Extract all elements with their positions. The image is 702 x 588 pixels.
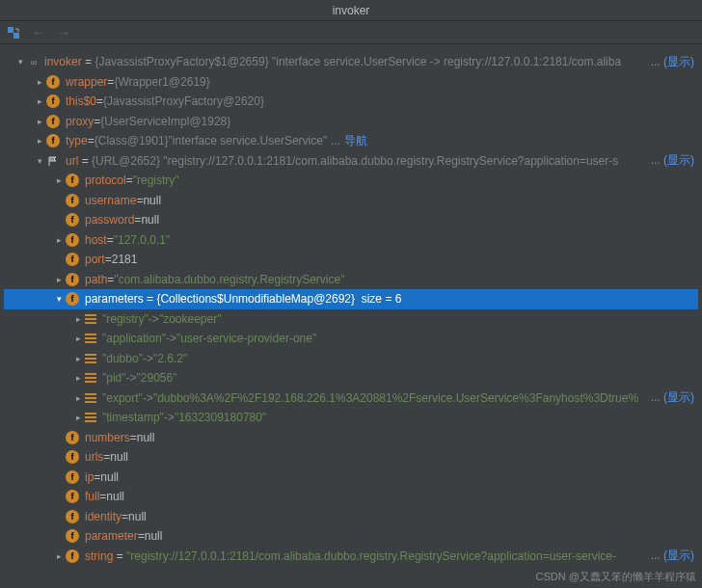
expand-arrow-icon[interactable]: ▸ [52, 551, 66, 561]
svg-rect-0 [8, 27, 14, 33]
view-link[interactable]: ... (显示) [647, 548, 694, 564]
field-icon: f [66, 450, 79, 464]
tree-root-invoker[interactable]: ▾ ∞ invoker = {JavassistProxyFactory$1@2… [4, 52, 698, 72]
tree-node-proxy[interactable]: ▸fproxy = {UserServiceImpl@1928} [4, 112, 698, 132]
expand-arrow-icon[interactable]: ▸ [71, 314, 85, 324]
window-title: invoker [333, 4, 370, 17]
expand-arrow-icon[interactable]: ▸ [71, 373, 85, 383]
map-entry-icon [85, 354, 96, 363]
tree-node-full[interactable]: ffull = null [4, 487, 698, 507]
map-entry[interactable]: ▸"export" -> "dubbo%3A%2F%2F192.168.226.… [4, 388, 698, 409]
view-link[interactable]: ... (显示) [647, 152, 694, 169]
field-icon: f [66, 233, 79, 247]
expand-arrow-icon[interactable]: ▸ [71, 393, 85, 403]
expand-arrow-icon[interactable]: ▸ [71, 334, 85, 343]
expand-arrow-icon[interactable]: ▸ [33, 117, 46, 126]
tree-node-type[interactable]: ▸ftype = {Class@1901} "interface service… [4, 131, 698, 151]
field-icon: f [46, 115, 60, 128]
field-icon: f [66, 292, 79, 306]
back-icon[interactable]: ← [31, 25, 46, 40]
watermark-text: CSDN @又蠢又笨的懒羊羊程序猿 [536, 570, 696, 584]
expand-arrow-icon[interactable]: ▸ [33, 77, 46, 87]
forward-icon[interactable]: → [56, 25, 71, 40]
expand-arrow-icon[interactable]: ▸ [52, 235, 66, 245]
expand-arrow-icon[interactable]: ▸ [71, 413, 85, 422]
view-link[interactable]: ... (显示) [647, 389, 694, 406]
expand-arrow-icon[interactable]: ▾ [14, 57, 27, 67]
field-icon: f [66, 529, 79, 543]
field-icon: f [66, 549, 79, 563]
tree-node-url[interactable]: ▾ url = {URL@2652} "registry://127.0.0.1… [4, 151, 698, 172]
infinity-icon: ∞ [27, 57, 40, 67]
tree-node-password[interactable]: fpassword = null [4, 210, 698, 230]
title-bar: invoker [0, 0, 702, 21]
variables-tree: ▾ ∞ invoker = {JavassistProxyFactory$1@2… [0, 44, 702, 565]
field-icon: f [66, 431, 79, 444]
tree-node-protocol[interactable]: ▸fprotocol = "registry" [4, 171, 698, 191]
expand-arrow-icon[interactable]: ▸ [71, 354, 85, 363]
url-flag-icon [46, 154, 60, 168]
tree-node-port[interactable]: fport = 2181 [4, 250, 698, 270]
field-icon: f [46, 94, 60, 108]
view-link[interactable]: ... (显示) [647, 54, 694, 70]
field-icon: f [46, 75, 60, 89]
expand-arrow-icon[interactable]: ▸ [33, 136, 46, 146]
field-icon: f [66, 490, 79, 503]
field-icon: f [46, 134, 60, 147]
tree-node-numbers[interactable]: fnumbers = null [4, 428, 698, 448]
map-entry[interactable]: ▸"pid" -> "29056" [4, 368, 698, 388]
navigate-link[interactable]: ... 导航 [331, 133, 366, 149]
field-icon: f [66, 213, 79, 227]
tree-node-parameters[interactable]: ▾ f parameters = {Collections$Unmodifiab… [4, 289, 698, 309]
map-entry-icon [85, 373, 96, 383]
expand-arrow-icon[interactable]: ▸ [52, 175, 66, 185]
map-entry-icon [85, 413, 96, 422]
expand-arrow-icon[interactable]: ▸ [33, 96, 46, 106]
field-icon: f [66, 194, 79, 207]
tree-node-ip[interactable]: fip = null [4, 468, 698, 488]
tree-node-username[interactable]: fusername = null [4, 191, 698, 211]
tree-node-string[interactable]: ▸ f string = "registry://127.0.0.1:2181/… [4, 547, 698, 566]
field-icon: f [66, 174, 79, 187]
map-entry[interactable]: ▸"dubbo" -> "2.6.2" [4, 349, 698, 369]
map-entry[interactable]: ▸"timestamp" -> "1632309180780" [4, 408, 698, 428]
toolbar: ← → [0, 21, 702, 44]
expand-arrow-icon[interactable]: ▸ [52, 275, 66, 284]
expand-arrow-icon[interactable]: ▾ [52, 294, 66, 304]
svg-rect-1 [14, 33, 19, 39]
field-icon: f [66, 510, 79, 523]
map-entry[interactable]: ▸"registry" -> "zookeeper" [4, 309, 698, 330]
field-icon: f [66, 253, 79, 266]
map-entry-icon [85, 393, 96, 403]
tree-node-this$0[interactable]: ▸fthis$0 = {JavassistProxyFactory@2620} [4, 92, 698, 112]
tool-config-icon[interactable] [6, 25, 21, 40]
map-entry-icon [85, 334, 96, 343]
tree-node-host[interactable]: ▸fhost = "127.0.0.1" [4, 230, 698, 251]
tree-node-path[interactable]: ▸fpath = "com.alibaba.dubbo.registry.Reg… [4, 270, 698, 290]
tree-node-wrapper[interactable]: ▸fwrapper = {Wrapper1@2619} [4, 72, 698, 93]
tree-node-urls[interactable]: furls = null [4, 447, 698, 468]
tree-node-identity[interactable]: fidentity = null [4, 507, 698, 527]
field-icon: f [66, 470, 79, 484]
expand-arrow-icon[interactable]: ▾ [33, 156, 46, 166]
map-entry[interactable]: ▸"application" -> "user-service-provider… [4, 329, 698, 349]
tree-node-parameter[interactable]: fparameter = null [4, 526, 698, 547]
map-entry-icon [85, 314, 96, 324]
field-icon: f [66, 273, 79, 286]
